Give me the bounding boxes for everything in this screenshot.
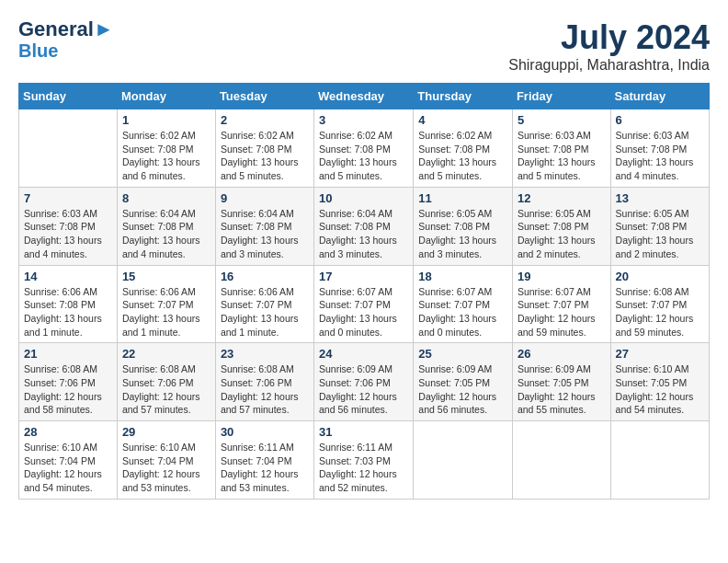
day-info: Sunrise: 6:07 AM Sunset: 7:07 PM Dayligh… bbox=[518, 285, 606, 339]
calendar-cell: 10Sunrise: 6:04 AM Sunset: 7:08 PM Dayli… bbox=[314, 187, 414, 265]
calendar-cell: 30Sunrise: 6:11 AM Sunset: 7:04 PM Dayli… bbox=[215, 421, 313, 500]
day-header-thursday: Thursday bbox=[414, 84, 513, 109]
calendar-cell: 3Sunrise: 6:02 AM Sunset: 7:08 PM Daylig… bbox=[314, 109, 414, 188]
day-number: 14 bbox=[24, 270, 112, 283]
logo: General► Blue bbox=[18, 18, 114, 61]
day-number: 20 bbox=[616, 270, 704, 283]
day-info: Sunrise: 6:04 AM Sunset: 7:08 PM Dayligh… bbox=[221, 207, 309, 261]
day-info: Sunrise: 6:08 AM Sunset: 7:06 PM Dayligh… bbox=[122, 362, 210, 417]
day-number: 3 bbox=[319, 113, 408, 127]
day-number: 18 bbox=[418, 270, 507, 283]
day-number: 23 bbox=[221, 347, 309, 361]
day-number: 31 bbox=[319, 425, 408, 439]
page-header: General► Blue July 2024 Shiraguppi, Maha… bbox=[18, 18, 710, 74]
day-number: 16 bbox=[221, 270, 309, 283]
day-info: Sunrise: 6:06 AM Sunset: 7:07 PM Dayligh… bbox=[122, 285, 210, 339]
day-number: 28 bbox=[24, 425, 112, 439]
day-info: Sunrise: 6:05 AM Sunset: 7:08 PM Dayligh… bbox=[418, 207, 507, 261]
day-header-monday: Monday bbox=[117, 84, 215, 109]
day-number: 17 bbox=[319, 270, 408, 283]
week-row-5: 28Sunrise: 6:10 AM Sunset: 7:04 PM Dayli… bbox=[19, 421, 710, 500]
calendar-cell: 18Sunrise: 6:07 AM Sunset: 7:07 PM Dayli… bbox=[414, 265, 513, 343]
day-number: 5 bbox=[518, 113, 606, 127]
day-info: Sunrise: 6:10 AM Sunset: 7:04 PM Dayligh… bbox=[122, 441, 210, 495]
calendar-cell bbox=[19, 109, 118, 188]
day-info: Sunrise: 6:08 AM Sunset: 7:06 PM Dayligh… bbox=[24, 362, 112, 417]
calendar-cell bbox=[512, 421, 610, 500]
day-number: 22 bbox=[122, 347, 210, 361]
day-info: Sunrise: 6:03 AM Sunset: 7:08 PM Dayligh… bbox=[518, 129, 606, 183]
day-info: Sunrise: 6:02 AM Sunset: 7:08 PM Dayligh… bbox=[221, 129, 309, 183]
day-info: Sunrise: 6:10 AM Sunset: 7:04 PM Dayligh… bbox=[24, 441, 112, 495]
day-info: Sunrise: 6:04 AM Sunset: 7:08 PM Dayligh… bbox=[319, 207, 408, 261]
day-header-friday: Friday bbox=[512, 84, 610, 109]
calendar-cell: 6Sunrise: 6:03 AM Sunset: 7:08 PM Daylig… bbox=[610, 109, 709, 188]
calendar-cell: 13Sunrise: 6:05 AM Sunset: 7:08 PM Dayli… bbox=[610, 187, 709, 265]
day-info: Sunrise: 6:02 AM Sunset: 7:08 PM Dayligh… bbox=[122, 129, 210, 183]
week-row-2: 7Sunrise: 6:03 AM Sunset: 7:08 PM Daylig… bbox=[19, 187, 710, 265]
day-info: Sunrise: 6:07 AM Sunset: 7:07 PM Dayligh… bbox=[418, 285, 507, 339]
day-number: 9 bbox=[221, 191, 309, 205]
day-header-saturday: Saturday bbox=[610, 84, 709, 109]
calendar-cell: 4Sunrise: 6:02 AM Sunset: 7:08 PM Daylig… bbox=[414, 109, 513, 188]
calendar-cell: 7Sunrise: 6:03 AM Sunset: 7:08 PM Daylig… bbox=[19, 187, 118, 265]
calendar-cell: 5Sunrise: 6:03 AM Sunset: 7:08 PM Daylig… bbox=[512, 109, 610, 188]
calendar-cell: 23Sunrise: 6:08 AM Sunset: 7:06 PM Dayli… bbox=[215, 343, 313, 421]
day-number: 15 bbox=[122, 270, 210, 283]
day-info: Sunrise: 6:07 AM Sunset: 7:07 PM Dayligh… bbox=[319, 285, 408, 339]
day-number: 26 bbox=[518, 347, 606, 361]
calendar-cell: 24Sunrise: 6:09 AM Sunset: 7:06 PM Dayli… bbox=[314, 343, 414, 421]
calendar-cell bbox=[610, 421, 709, 500]
calendar-cell: 14Sunrise: 6:06 AM Sunset: 7:08 PM Dayli… bbox=[19, 265, 118, 343]
day-info: Sunrise: 6:11 AM Sunset: 7:03 PM Dayligh… bbox=[319, 441, 408, 495]
calendar-cell: 1Sunrise: 6:02 AM Sunset: 7:08 PM Daylig… bbox=[117, 109, 215, 188]
calendar-cell: 28Sunrise: 6:10 AM Sunset: 7:04 PM Dayli… bbox=[19, 421, 118, 500]
calendar-cell: 11Sunrise: 6:05 AM Sunset: 7:08 PM Dayli… bbox=[414, 187, 513, 265]
calendar-cell: 20Sunrise: 6:08 AM Sunset: 7:07 PM Dayli… bbox=[610, 265, 709, 343]
day-header-sunday: Sunday bbox=[19, 84, 118, 109]
day-number: 29 bbox=[122, 425, 210, 439]
day-number: 11 bbox=[418, 191, 507, 205]
day-info: Sunrise: 6:02 AM Sunset: 7:08 PM Dayligh… bbox=[418, 129, 507, 183]
day-number: 30 bbox=[221, 425, 309, 439]
calendar-cell: 27Sunrise: 6:10 AM Sunset: 7:05 PM Dayli… bbox=[610, 343, 709, 421]
day-header-wednesday: Wednesday bbox=[314, 84, 414, 109]
day-info: Sunrise: 6:03 AM Sunset: 7:08 PM Dayligh… bbox=[24, 207, 112, 261]
calendar-cell bbox=[414, 421, 513, 500]
day-info: Sunrise: 6:06 AM Sunset: 7:08 PM Dayligh… bbox=[24, 285, 112, 339]
calendar-table: SundayMondayTuesdayWednesdayThursdayFrid… bbox=[18, 83, 710, 500]
day-header-tuesday: Tuesday bbox=[215, 84, 313, 109]
calendar-cell: 16Sunrise: 6:06 AM Sunset: 7:07 PM Dayli… bbox=[215, 265, 313, 343]
day-info: Sunrise: 6:08 AM Sunset: 7:06 PM Dayligh… bbox=[221, 362, 309, 417]
title-block: July 2024 Shiraguppi, Maharashtra, India bbox=[508, 18, 710, 74]
calendar-cell: 17Sunrise: 6:07 AM Sunset: 7:07 PM Dayli… bbox=[314, 265, 414, 343]
calendar-body: 1Sunrise: 6:02 AM Sunset: 7:08 PM Daylig… bbox=[19, 109, 710, 500]
location: Shiraguppi, Maharashtra, India bbox=[508, 57, 710, 74]
logo-blue: Blue bbox=[18, 40, 58, 61]
day-info: Sunrise: 6:11 AM Sunset: 7:04 PM Dayligh… bbox=[221, 441, 309, 495]
calendar-cell: 22Sunrise: 6:08 AM Sunset: 7:06 PM Dayli… bbox=[117, 343, 215, 421]
calendar-cell: 25Sunrise: 6:09 AM Sunset: 7:05 PM Dayli… bbox=[414, 343, 513, 421]
day-number: 10 bbox=[319, 191, 408, 205]
calendar-cell: 21Sunrise: 6:08 AM Sunset: 7:06 PM Dayli… bbox=[19, 343, 118, 421]
week-row-4: 21Sunrise: 6:08 AM Sunset: 7:06 PM Dayli… bbox=[19, 343, 710, 421]
day-number: 4 bbox=[418, 113, 507, 127]
week-row-1: 1Sunrise: 6:02 AM Sunset: 7:08 PM Daylig… bbox=[19, 109, 710, 188]
day-number: 24 bbox=[319, 347, 408, 361]
day-number: 7 bbox=[24, 191, 112, 205]
day-info: Sunrise: 6:08 AM Sunset: 7:07 PM Dayligh… bbox=[616, 285, 704, 339]
day-info: Sunrise: 6:09 AM Sunset: 7:06 PM Dayligh… bbox=[319, 362, 408, 417]
calendar-cell: 15Sunrise: 6:06 AM Sunset: 7:07 PM Dayli… bbox=[117, 265, 215, 343]
calendar-cell: 12Sunrise: 6:05 AM Sunset: 7:08 PM Dayli… bbox=[512, 187, 610, 265]
calendar-cell: 29Sunrise: 6:10 AM Sunset: 7:04 PM Dayli… bbox=[117, 421, 215, 500]
day-number: 6 bbox=[616, 113, 704, 127]
day-number: 1 bbox=[122, 113, 210, 127]
day-number: 2 bbox=[221, 113, 309, 127]
calendar-cell: 8Sunrise: 6:04 AM Sunset: 7:08 PM Daylig… bbox=[117, 187, 215, 265]
month-year: July 2024 bbox=[508, 18, 710, 57]
day-number: 25 bbox=[418, 347, 507, 361]
calendar-cell: 19Sunrise: 6:07 AM Sunset: 7:07 PM Dayli… bbox=[512, 265, 610, 343]
day-info: Sunrise: 6:03 AM Sunset: 7:08 PM Dayligh… bbox=[616, 129, 704, 183]
day-info: Sunrise: 6:09 AM Sunset: 7:05 PM Dayligh… bbox=[518, 362, 606, 417]
day-number: 21 bbox=[24, 347, 112, 361]
